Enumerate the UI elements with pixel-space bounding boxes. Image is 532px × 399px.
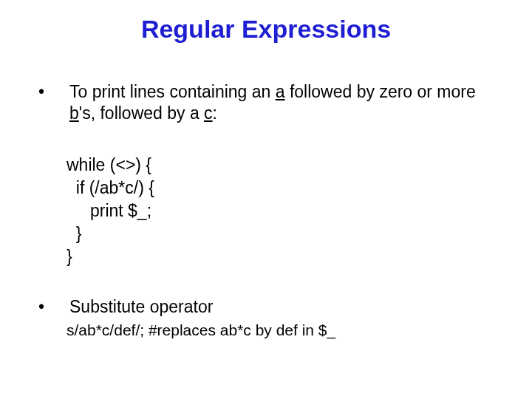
slide-body: • To print lines containing an a followe…	[35, 81, 497, 339]
slide-title: Regular Expressions	[0, 15, 532, 44]
bullet-dot-icon: •	[35, 81, 69, 103]
bullet1-a: a	[276, 82, 285, 101]
sub-line: s/ab*c/def/; #replaces ab*c by def in $_	[66, 321, 497, 339]
code-block: while (<>) { if (/ab*c/) { print $_; } }	[66, 154, 497, 268]
bullet-2-text: Substitute operator	[69, 296, 497, 318]
bullet1-mid1: followed by zero or more	[285, 82, 476, 101]
bullet-dot-icon: •	[35, 296, 69, 318]
code-line-1: while (<>) {	[66, 155, 151, 174]
code-line-2: if (/ab*c/) {	[66, 178, 154, 197]
code-line-3: print $_;	[66, 201, 151, 220]
code-line-5: }	[66, 247, 72, 266]
bullet-item-2: • Substitute operator	[35, 296, 497, 318]
code-line-4: }	[66, 224, 81, 243]
bullet1-post: :	[213, 103, 217, 123]
slide: Regular Expressions • To print lines con…	[0, 0, 532, 399]
bullet1-b: b	[69, 103, 79, 123]
bullet1-mid2: 's, followed by a	[79, 103, 204, 123]
bullet-1-text: To print lines containing an a followed …	[69, 81, 497, 124]
bullet-item-1: • To print lines containing an a followe…	[35, 81, 497, 124]
bullet1-pre: To print lines containing an	[69, 82, 276, 101]
bullet1-c: c	[204, 103, 213, 123]
